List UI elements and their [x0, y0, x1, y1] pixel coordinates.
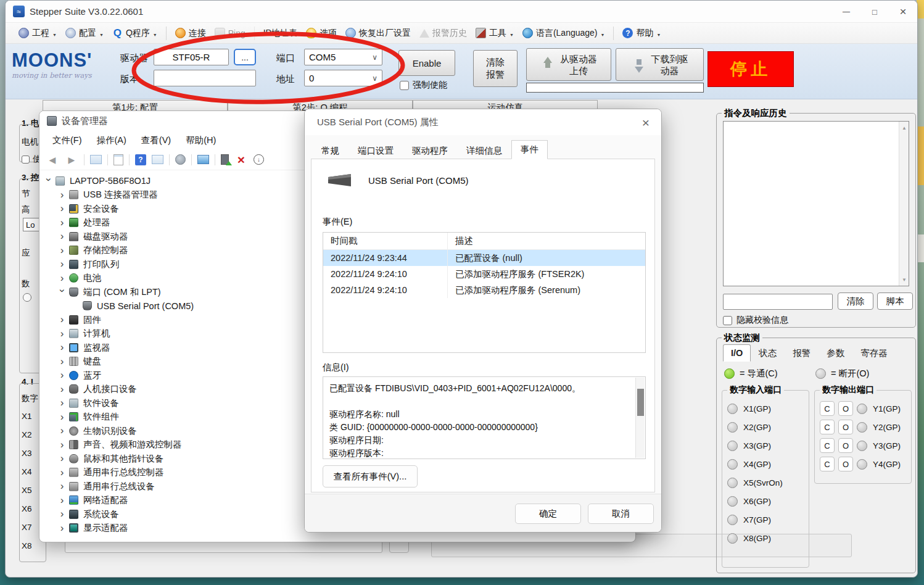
expander-icon[interactable]: [57, 286, 67, 298]
driver-model-field[interactable]: STF05-R: [154, 49, 229, 65]
expander-icon[interactable]: [57, 328, 67, 340]
expander-icon[interactable]: [57, 522, 67, 534]
close-output-button[interactable]: C: [820, 401, 835, 416]
script-button[interactable]: 脚本: [877, 292, 913, 310]
event-row[interactable]: 2022/11/24 9:24:10 已添加驱动程序服务 (Serenum): [323, 282, 645, 298]
scroll-up-icon[interactable]: [899, 123, 909, 133]
expander-icon[interactable]: [57, 258, 67, 270]
back-icon[interactable]: [46, 153, 59, 167]
address-select[interactable]: 0: [304, 70, 382, 86]
open-output-button[interactable]: O: [838, 457, 853, 471]
minimize-button[interactable]: [832, 1, 860, 23]
expander-icon[interactable]: [57, 202, 67, 215]
toolbar-item[interactable]: 帮助: [618, 25, 665, 42]
status-tab[interactable]: 参数: [819, 344, 852, 362]
status-tab[interactable]: 报警: [785, 344, 819, 362]
menu-item[interactable]: 查看(V): [134, 133, 178, 148]
toolbar-item[interactable]: 配置: [61, 25, 108, 42]
view-all-events-button[interactable]: 查看所有事件(V)...: [323, 465, 418, 487]
stop-button[interactable]: 停止: [707, 51, 794, 87]
toolbar-item[interactable]: 工程: [14, 25, 61, 42]
separator[interactable]: [215, 154, 215, 165]
version-field[interactable]: [154, 70, 256, 86]
navigate-window-icon[interactable]: [90, 155, 102, 164]
toolbar-item[interactable]: Ping: [210, 25, 259, 42]
update-driver-icon[interactable]: [175, 154, 186, 165]
toolbar-item[interactable]: 工具: [471, 25, 518, 42]
scroll-down-icon[interactable]: [899, 275, 909, 284]
expander-icon[interactable]: [43, 175, 54, 187]
browse-driver-button[interactable]: ...: [234, 49, 256, 65]
separator[interactable]: [129, 154, 130, 165]
command-input[interactable]: [723, 294, 833, 310]
history-textarea[interactable]: [723, 121, 909, 286]
expander-icon[interactable]: [57, 452, 67, 465]
clear-alarm-button[interactable]: 清除报警: [473, 50, 518, 87]
help-icon[interactable]: [135, 154, 146, 165]
expander-icon[interactable]: [57, 425, 67, 437]
separator[interactable]: [107, 154, 108, 165]
separator[interactable]: [191, 154, 192, 165]
expander-icon[interactable]: [57, 480, 67, 492]
ok-button[interactable]: 确定: [515, 504, 581, 524]
clear-history-button[interactable]: 清除: [838, 292, 873, 310]
expander-icon[interactable]: [57, 244, 67, 257]
expander-icon[interactable]: [57, 494, 67, 507]
close-output-button[interactable]: C: [820, 457, 835, 471]
forward-icon[interactable]: [65, 153, 78, 167]
toolbar-item[interactable]: Q程序: [108, 25, 171, 42]
dialog-tab[interactable]: 事件: [511, 140, 548, 159]
open-output-button[interactable]: O: [838, 401, 853, 416]
menu-item[interactable]: 操作(A): [90, 133, 133, 148]
hide-checksum-checkbox[interactable]: [723, 316, 732, 325]
enable-button[interactable]: Enable: [398, 50, 455, 76]
status-tab[interactable]: I/O: [723, 344, 751, 362]
toolbar-item[interactable]: 恢复出厂设置: [341, 25, 415, 42]
expander-icon[interactable]: [57, 355, 67, 368]
expander-icon[interactable]: [57, 508, 67, 520]
expander-icon[interactable]: [57, 313, 67, 326]
status-tab[interactable]: 状态: [751, 344, 785, 362]
dialog-tab[interactable]: 驱动程序: [403, 142, 457, 159]
close-output-button[interactable]: C: [820, 438, 835, 453]
close-output-button[interactable]: C: [820, 420, 835, 434]
dialog-tab[interactable]: 端口设置: [349, 142, 403, 159]
expander-icon[interactable]: [57, 369, 67, 381]
expander-icon[interactable]: [57, 467, 67, 479]
dialog-tab[interactable]: 详细信息: [457, 142, 511, 159]
toolbar-item[interactable]: 选项: [302, 25, 341, 42]
dialog-close-icon[interactable]: [633, 112, 659, 134]
disable-device-icon[interactable]: [254, 154, 264, 165]
separator[interactable]: [169, 154, 170, 165]
cancel-button[interactable]: 取消: [588, 504, 654, 524]
history-scrollbar[interactable]: [899, 122, 909, 286]
separator[interactable]: [84, 154, 85, 165]
expander-icon[interactable]: [57, 411, 67, 423]
upload-from-drive-button[interactable]: 从驱动器上传: [526, 48, 611, 81]
menu-item[interactable]: 文件(F): [46, 133, 89, 148]
expander-icon[interactable]: [57, 397, 67, 409]
toolbar-item[interactable]: 连接: [171, 25, 210, 42]
expander-icon[interactable]: [57, 341, 67, 354]
expander-icon[interactable]: [57, 439, 67, 451]
force-enable-checkbox[interactable]: [400, 81, 409, 90]
download-to-drive-button[interactable]: 下载到驱动器: [616, 48, 704, 81]
uninstall-device-icon[interactable]: [234, 153, 248, 167]
expander-icon[interactable]: [57, 230, 67, 243]
expander-icon[interactable]: [57, 217, 67, 229]
status-tab[interactable]: 寄存器: [852, 344, 896, 362]
properties-icon[interactable]: [113, 154, 123, 165]
maximize-button[interactable]: [860, 1, 889, 23]
event-row[interactable]: 2022/11/24 9:23:44 已配置设备 (null): [323, 250, 645, 266]
action-window-icon[interactable]: [152, 155, 163, 164]
event-row[interactable]: 2022/11/24 9:24:10 已添加驱动程序服务 (FTSER2K): [323, 266, 645, 282]
scan-hardware-icon[interactable]: [197, 155, 209, 164]
info-scrollbar[interactable]: [635, 378, 645, 458]
toolbar-item[interactable]: 报警历史: [415, 25, 471, 42]
expander-icon[interactable]: [57, 189, 67, 201]
close-button[interactable]: [889, 1, 917, 23]
toolbar-item[interactable]: IP地址表: [259, 25, 302, 42]
port-select[interactable]: COM5: [304, 49, 382, 65]
menu-item[interactable]: 帮助(H): [179, 133, 223, 148]
scrollbar-thumb[interactable]: [637, 389, 644, 416]
